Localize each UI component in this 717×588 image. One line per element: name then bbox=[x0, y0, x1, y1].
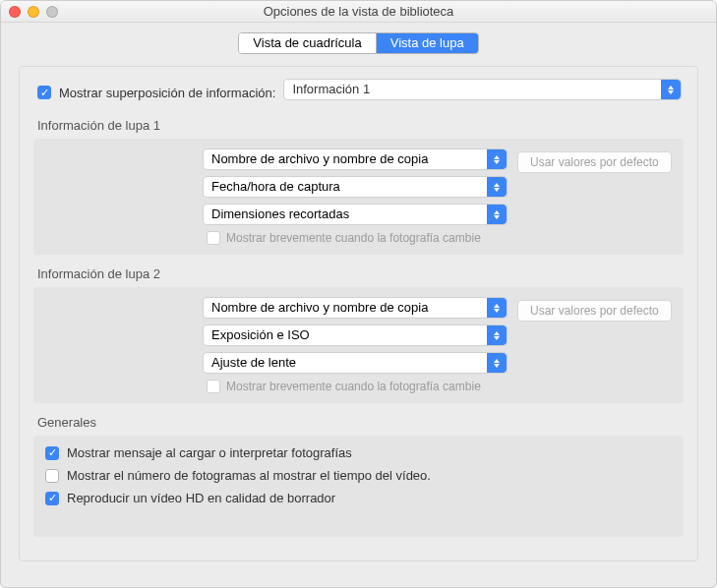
window-title: Opciones de la vista de biblioteca bbox=[264, 4, 454, 19]
chevron-updown-icon bbox=[487, 353, 507, 373]
chevron-updown-icon bbox=[661, 80, 681, 99]
zoom-icon bbox=[46, 6, 58, 18]
show-loading-message-checkbox[interactable] bbox=[45, 446, 59, 460]
titlebar: Opciones de la vista de biblioteca bbox=[1, 1, 716, 23]
show-frame-number-checkbox[interactable] bbox=[45, 469, 59, 483]
info-overlay-select[interactable]: Información 1 bbox=[283, 79, 682, 100]
loupe1-brief-label: Mostrar brevemente cuando la fotografía … bbox=[226, 231, 481, 245]
loupe2-field1-select[interactable]: Nombre de archivo y nombre de copia bbox=[203, 297, 508, 319]
show-frame-number-label: Mostrar el número de fotogramas al mostr… bbox=[67, 468, 431, 483]
tab-loupe-view[interactable]: Vista de lupa bbox=[377, 33, 478, 53]
generals-heading: Generales bbox=[37, 415, 684, 430]
loupe1-field3-select[interactable]: Dimensiones recortadas bbox=[203, 204, 508, 225]
hd-draft-quality-label: Reproducir un vídeo HD en calidad de bor… bbox=[67, 491, 335, 505]
close-icon[interactable] bbox=[9, 6, 21, 18]
loupe2-reset-button[interactable]: Usar valores por defecto bbox=[517, 300, 672, 322]
show-info-overlay-label: Mostrar superposición de información: bbox=[59, 86, 275, 100]
view-tabs: Vista de cuadrícula Vista de lupa bbox=[238, 32, 478, 54]
loupe1-heading: Información de lupa 1 bbox=[37, 118, 684, 133]
loupe1-reset-button[interactable]: Usar valores por defecto bbox=[517, 151, 672, 173]
loupe1-field2-select[interactable]: Fecha/hora de captura bbox=[203, 176, 508, 198]
loupe1-brief-checkbox[interactable] bbox=[207, 231, 220, 245]
chevron-updown-icon bbox=[487, 325, 507, 345]
chevron-updown-icon bbox=[487, 177, 507, 197]
traffic-lights bbox=[9, 6, 58, 18]
loupe1-field1-select[interactable]: Nombre de archivo y nombre de copia bbox=[203, 148, 508, 170]
hd-draft-quality-checkbox[interactable] bbox=[45, 492, 59, 505]
show-info-overlay-checkbox[interactable] bbox=[37, 86, 51, 99]
loupe2-heading: Información de lupa 2 bbox=[37, 266, 684, 281]
minimize-icon[interactable] bbox=[28, 6, 39, 18]
loupe2-brief-checkbox[interactable] bbox=[207, 380, 220, 393]
preferences-window: Opciones de la vista de biblioteca Vista… bbox=[0, 0, 717, 588]
tab-grid-view[interactable]: Vista de cuadrícula bbox=[239, 33, 376, 53]
loupe2-field3-select[interactable]: Ajuste de lente bbox=[203, 352, 508, 374]
chevron-updown-icon bbox=[487, 205, 507, 224]
show-loading-message-label: Mostrar mensaje al cargar o interpretar … bbox=[67, 445, 352, 460]
chevron-updown-icon bbox=[487, 149, 507, 169]
loupe2-brief-label: Mostrar brevemente cuando la fotografía … bbox=[226, 380, 481, 393]
chevron-updown-icon bbox=[487, 298, 507, 318]
loupe2-field2-select[interactable]: Exposición e ISO bbox=[203, 324, 508, 346]
